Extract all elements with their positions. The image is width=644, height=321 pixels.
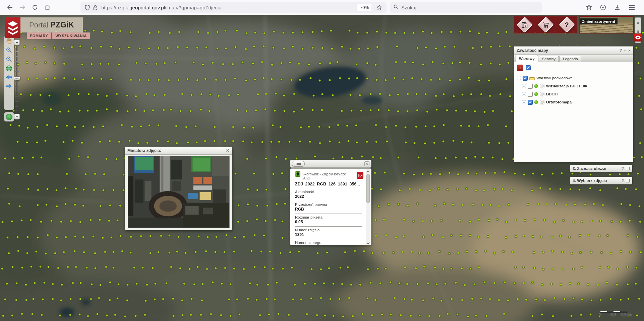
photo-point-marker[interactable] [318, 79, 321, 82]
photo-point-marker[interactable] [457, 173, 459, 175]
photo-point-marker[interactable] [438, 250, 441, 253]
photo-point-marker[interactable] [37, 204, 39, 206]
photo-point-marker[interactable] [310, 297, 312, 300]
photo-point-marker[interactable] [511, 189, 513, 191]
photo-point-marker[interactable] [602, 204, 604, 206]
photo-point-marker[interactable] [75, 187, 77, 190]
photo-point-marker[interactable] [459, 78, 461, 81]
photo-point-marker[interactable] [577, 283, 580, 285]
photo-point-marker[interactable] [135, 283, 138, 285]
scrollbar-thumb[interactable] [366, 174, 370, 203]
photo-point-marker[interactable] [616, 187, 619, 189]
photo-point-marker[interactable] [321, 93, 324, 95]
photo-point-marker[interactable] [332, 283, 335, 285]
photo-point-marker[interactable] [487, 235, 489, 238]
photo-point-marker[interactable] [419, 189, 421, 191]
photo-point-marker[interactable] [170, 108, 172, 111]
photo-point-marker[interactable] [91, 77, 94, 79]
photo-point-marker[interactable] [194, 125, 197, 128]
photo-point-marker[interactable] [50, 108, 52, 110]
photo-point-marker[interactable] [478, 32, 480, 34]
photo-point-marker[interactable] [416, 203, 419, 205]
photo-point-marker[interactable] [32, 298, 35, 300]
photo-point-marker[interactable] [184, 252, 187, 254]
photo-point-marker[interactable] [107, 63, 110, 65]
photo-point-marker[interactable] [337, 124, 339, 126]
photo-point-marker[interactable] [471, 298, 473, 300]
photo-point-marker[interactable] [57, 267, 59, 269]
photo-point-marker[interactable] [138, 79, 141, 81]
photo-point-marker[interactable] [134, 109, 137, 111]
photo-point-marker[interactable] [554, 203, 557, 205]
photo-point-marker[interactable] [561, 251, 564, 253]
photo-point-marker[interactable] [456, 313, 459, 316]
photo-point-marker[interactable] [160, 235, 162, 237]
photo-point-marker[interactable] [497, 32, 500, 34]
photo-point-marker[interactable] [193, 283, 195, 286]
photo-point-marker[interactable] [459, 220, 461, 222]
photo-point-marker[interactable] [366, 62, 368, 64]
photo-point-marker[interactable] [427, 282, 429, 285]
photo-point-marker[interactable] [263, 32, 266, 34]
photo-point-marker[interactable] [553, 297, 555, 299]
photo-point-marker[interactable] [629, 251, 632, 253]
photo-point-marker[interactable] [406, 283, 408, 285]
photo-point-marker[interactable] [367, 268, 369, 270]
photo-point-marker[interactable] [522, 266, 525, 268]
photo-point-marker[interactable] [413, 142, 416, 144]
photo-point-marker[interactable] [141, 266, 144, 269]
photo-point-marker[interactable] [158, 79, 160, 81]
photo-point-marker[interactable] [292, 46, 294, 48]
photo-point-marker[interactable] [26, 141, 28, 144]
photo-point-marker[interactable] [68, 158, 70, 160]
photo-point-marker[interactable] [91, 63, 93, 65]
photo-point-marker[interactable] [460, 125, 462, 127]
photo-point-marker[interactable] [507, 142, 510, 144]
photo-point-marker[interactable] [395, 236, 397, 238]
photo-point-marker[interactable] [371, 314, 373, 316]
photo-point-marker[interactable] [215, 267, 217, 269]
photo-point-marker[interactable] [292, 298, 294, 301]
photo-point-marker[interactable] [155, 63, 158, 65]
photo-point-marker[interactable] [579, 234, 581, 237]
photo-point-marker[interactable] [407, 93, 409, 95]
photo-point-marker[interactable] [438, 78, 441, 80]
photo-point-marker[interactable] [531, 281, 534, 284]
photo-point-marker[interactable] [229, 315, 232, 317]
photo-point-marker[interactable] [153, 94, 156, 96]
photo-point-marker[interactable] [7, 187, 9, 190]
photo-point-marker[interactable] [18, 125, 20, 127]
photo-point-marker[interactable] [627, 298, 630, 300]
photo-point-marker[interactable] [283, 94, 285, 97]
photo-point-marker[interactable] [349, 48, 352, 50]
photo-point-marker[interactable] [410, 315, 412, 317]
photo-point-marker[interactable] [26, 236, 29, 238]
photo-point-marker[interactable] [192, 61, 195, 64]
photo-point-marker[interactable] [535, 298, 537, 301]
photo-point-marker[interactable] [505, 31, 508, 33]
photo-point-marker[interactable] [635, 47, 638, 49]
photo-point-marker[interactable] [272, 267, 274, 270]
photo-point-marker[interactable] [87, 93, 90, 95]
photo-point-marker[interactable] [475, 250, 477, 253]
photo-point-marker[interactable] [301, 108, 303, 110]
photo-point-marker[interactable] [109, 140, 111, 142]
photo-point-marker[interactable] [358, 48, 360, 50]
photo-point-marker[interactable] [418, 252, 421, 254]
photo-point-marker[interactable] [515, 219, 517, 221]
photo-point-marker[interactable] [421, 173, 424, 175]
photo-point-marker[interactable] [12, 157, 15, 159]
photo-point-marker[interactable] [348, 29, 351, 32]
photo-point-marker[interactable] [314, 155, 316, 158]
photo-point-marker[interactable] [73, 250, 76, 252]
photo-point-marker[interactable] [312, 94, 315, 97]
photo-point-marker[interactable] [128, 140, 131, 142]
photo-point-marker[interactable] [279, 126, 282, 128]
photo-point-marker[interactable] [306, 313, 308, 315]
photo-point-marker[interactable] [354, 250, 356, 252]
photo-point-marker[interactable] [81, 142, 83, 144]
photo-point-marker[interactable] [427, 252, 430, 254]
photo-point-marker[interactable] [438, 315, 441, 317]
photo-point-marker[interactable] [505, 125, 507, 128]
photo-point-marker[interactable] [243, 127, 245, 129]
